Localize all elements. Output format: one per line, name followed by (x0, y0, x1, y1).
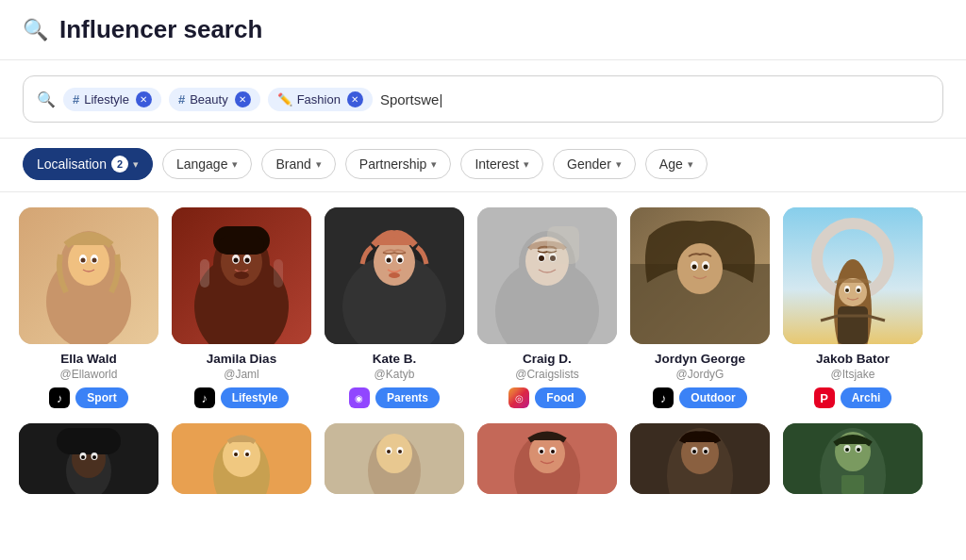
tag-close-beauty[interactable]: ✕ (235, 91, 251, 107)
filter-brand[interactable]: Brand ▾ (261, 149, 335, 179)
card-handle-ella: @Ellaworld (60, 368, 118, 381)
search-bar[interactable]: 🔍 # Lifestyle ✕ # Beauty ✕ ✏️ Fashion ✕ (23, 75, 943, 123)
card-name-kate: Kate B. (373, 352, 417, 366)
card-image-ella (19, 207, 158, 344)
svg-rect-38 (547, 226, 579, 264)
twitch-icon: ◉ (349, 387, 370, 408)
svg-point-7 (92, 258, 97, 263)
card-kate-b[interactable]: Kate B. @Katyb ◉ Parents (325, 207, 464, 408)
svg-point-62 (92, 455, 96, 459)
card-handle-jordyn: @JordyG (676, 368, 724, 381)
filter-localisation-badge: 2 (111, 156, 128, 173)
tag-beauty: # Beauty ✕ (169, 88, 260, 111)
tag-close-fashion[interactable]: ✕ (347, 91, 363, 107)
card-image-row2-4 (477, 423, 617, 494)
influencer-grid: Ella Wald @Ellaworld ♪ Sport (0, 192, 966, 502)
tag-label-beauty: Beauty (190, 92, 227, 107)
chevron-down-icon: ▾ (133, 158, 139, 171)
filter-interest[interactable]: Interest ▾ (460, 149, 543, 179)
svg-point-29 (389, 272, 400, 278)
card-meta-jordyn: ♪ Outdoor (653, 387, 746, 408)
card-jordyn-george[interactable]: Jordyn George @JordyG ♪ Outdoor (630, 207, 770, 408)
card-craig-d[interactable]: Craig D. @Craigslists ◎ Food (477, 207, 617, 408)
svg-rect-17 (219, 236, 264, 255)
svg-point-53 (857, 288, 860, 292)
tag-lifestyle: # Lifestyle ✕ (63, 88, 161, 111)
card-handle-jakob: @Itsjake (831, 368, 875, 381)
tag-label-lifestyle: Lifestyle (84, 92, 129, 107)
svg-point-52 (845, 288, 849, 292)
svg-point-28 (398, 258, 403, 263)
card-image-row2-6 (783, 423, 923, 494)
card-row2-5[interactable] (630, 423, 770, 502)
card-meta-ella: ♪ Sport (49, 387, 127, 408)
card-image-row2-1 (19, 423, 158, 494)
card-image-craig (477, 207, 617, 344)
badge-sport: Sport (75, 387, 127, 408)
tag-label-fashion: Fashion (297, 92, 341, 107)
filter-age[interactable]: Age ▾ (645, 149, 708, 179)
card-image-jamila (172, 207, 311, 344)
tag-prefix-beauty: # (178, 92, 185, 107)
tag-prefix-lifestyle: # (73, 92, 79, 107)
svg-point-83 (551, 450, 555, 453)
svg-point-36 (539, 255, 544, 261)
card-jakob-bator[interactable]: Jakob Bator @Itsjake P Archi (783, 207, 923, 408)
card-row2-2[interactable] (172, 423, 311, 502)
svg-point-14 (234, 258, 239, 263)
svg-point-96 (845, 448, 849, 452)
chevron-down-icon: ▾ (431, 158, 437, 171)
card-row2-6[interactable] (783, 423, 923, 502)
card-row2-3[interactable] (325, 423, 464, 502)
card-name-ella: Ella Wald (60, 352, 117, 366)
svg-point-82 (540, 450, 543, 453)
card-image-row2-2 (172, 423, 311, 494)
tag-prefix-fashion: ✏️ (277, 92, 292, 107)
filter-partnership[interactable]: Partnership ▾ (345, 149, 452, 179)
filter-langage-label: Langage (176, 156, 228, 172)
svg-point-20 (234, 272, 249, 279)
badge-parents: Parents (375, 387, 440, 408)
card-handle-craig: @Craigslists (515, 368, 579, 381)
svg-point-97 (857, 448, 860, 452)
badge-archi: Archi (841, 387, 892, 408)
filter-partnership-label: Partnership (359, 156, 427, 172)
search-input[interactable] (380, 91, 929, 107)
chevron-down-icon: ▾ (688, 158, 693, 171)
card-name-jordyn: Jordyn George (655, 352, 745, 366)
card-image-row2-5 (630, 423, 770, 494)
header: 🔍 Influencer search (0, 0, 966, 60)
filter-localisation[interactable]: Localisation 2 ▾ (23, 148, 153, 180)
tag-close-lifestyle[interactable]: ✕ (136, 91, 152, 107)
search-icon-small: 🔍 (37, 91, 56, 108)
tag-fashion: ✏️ Fashion ✕ (268, 88, 373, 111)
tiktok-icon: ♪ (49, 387, 70, 408)
svg-rect-58 (57, 428, 121, 454)
card-jamila-dias[interactable]: Jamila Dias @Jaml ♪ Lifestyle (172, 207, 311, 408)
card-image-row2-3 (325, 423, 464, 494)
filter-langage[interactable]: Langage ▾ (162, 149, 253, 179)
svg-point-3 (68, 239, 109, 286)
svg-point-61 (81, 455, 85, 459)
svg-point-69 (245, 453, 249, 456)
card-row2-4[interactable] (477, 423, 617, 502)
card-handle-jamila: @Jaml (224, 368, 259, 381)
svg-point-24 (374, 239, 415, 286)
filter-gender[interactable]: Gender ▾ (553, 149, 636, 179)
svg-point-89 (692, 450, 696, 453)
card-row2-1[interactable] (19, 423, 158, 502)
svg-point-72 (376, 434, 412, 473)
tiktok-icon: ♪ (653, 387, 674, 408)
chevron-down-icon: ▾ (316, 158, 322, 171)
svg-point-41 (677, 243, 723, 294)
search-icon: 🔍 (23, 18, 48, 42)
chevron-down-icon: ▾ (524, 158, 529, 171)
svg-rect-98 (841, 475, 864, 494)
svg-point-44 (692, 265, 697, 270)
svg-point-76 (398, 450, 402, 453)
card-ella-wald[interactable]: Ella Wald @Ellaworld ♪ Sport (19, 207, 158, 408)
svg-point-15 (245, 258, 250, 263)
svg-point-6 (81, 258, 86, 263)
tiktok-icon: ♪ (194, 387, 215, 408)
filters-section: Localisation 2 ▾ Langage ▾ Brand ▾ Partn… (0, 139, 966, 192)
